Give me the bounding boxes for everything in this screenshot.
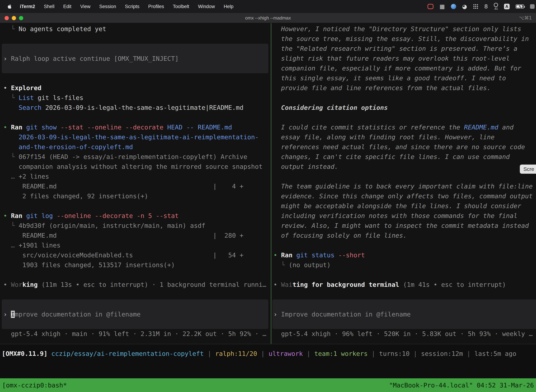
term-text-segment: 2026-03-09-is-legal-the-same-as-legitima… (3, 134, 259, 141)
menu-item-scripts[interactable]: Scripts (120, 0, 144, 13)
zoom-button[interactable] (19, 16, 23, 20)
right-term-line: However, I noticed the "Directory Struct… (271, 24, 536, 34)
term-text-segment: Ran (281, 252, 296, 259)
term-text-segment: provide file and line references from th… (273, 84, 491, 92)
term-text-segment: • (3, 84, 11, 92)
left-term-line: src/voice/voiceModeEnabled.ts | 54 + (0, 250, 271, 260)
term-text-segment: +1901 lines (19, 242, 61, 249)
term-text-segment: Explored (11, 84, 41, 92)
gauge-dial-icon (494, 3, 498, 7)
omx-status-segment: | (410, 350, 421, 357)
right-term-line: the source tree, missing the essay. Stil… (271, 34, 536, 44)
menu-item-session[interactable]: Session (95, 0, 120, 13)
right-term-line: provide file and line references from th… (271, 83, 536, 93)
left-prompt-box[interactable]: › Ralph loop active continue [OMX_TMUX_I… (2, 44, 268, 73)
term-text-segment: this single essay, it seems like a good … (273, 75, 506, 82)
term-text-segment: However, I noticed the "Directory Struct… (273, 25, 521, 33)
left-term-line: 1903 files changed, 513517 insertions(+) (0, 260, 271, 270)
menu-item-view[interactable]: View (76, 0, 95, 13)
term-text-segment: … (3, 173, 19, 180)
left-term-line (0, 34, 271, 44)
right-term-line: references need actual files, and since … (271, 142, 536, 152)
term-text-segment: git status (296, 252, 338, 259)
right-term-line: changes, I can't cite specific file line… (271, 152, 536, 162)
right-term-line: companion file, especially if more comme… (271, 63, 536, 73)
menu-item-edit[interactable]: Edit (59, 0, 76, 13)
term-text-segment: including verification notes with those … (273, 212, 517, 219)
term-text-segment: › (3, 55, 11, 62)
left-term-line: • Explored (0, 83, 271, 93)
menu-item-toolbelt[interactable]: Toolbelt (168, 0, 194, 13)
left-term-line: README.md | 4 + (0, 182, 271, 191)
apple-menu[interactable] (7, 4, 13, 9)
stats-icon[interactable]: 8 (484, 4, 488, 9)
term-text-segment: I could cite commit statistics or refere… (273, 124, 464, 131)
term-text-segment: king (22, 281, 38, 288)
right-term-line: this single essay, it seems like a good … (271, 73, 536, 83)
term-text-segment: companion file, especially if more comme… (273, 65, 521, 72)
window-titlebar: omx --xhigh --madmax ⌥⌘1 (0, 13, 536, 23)
term-text-segment: The team guideline is to back every impo… (273, 183, 533, 190)
left-term-line: Search 2026-03-09-is-legal-the-same-as-l… (0, 103, 271, 112)
menu-item-help[interactable]: Help (219, 0, 238, 13)
left-term-line: companion analysis without altering the … (0, 162, 271, 172)
term-text-segment: Improve documentation in @filename (281, 311, 411, 318)
menu-item-profiles[interactable]: Profiles (144, 0, 168, 13)
term-text-segment: Search (19, 104, 42, 111)
right-prompt-box[interactable]: › Improve documentation in @filename (273, 299, 536, 329)
left-term-line: 2 files changed, 92 insertions(+) (0, 191, 271, 201)
left-term-line: └ No agents completed yet (0, 24, 271, 34)
term-text-segment: evidence. Since this change only affects… (273, 192, 533, 200)
term-text-segment: I (11, 311, 15, 318)
term-text-segment: • (3, 124, 11, 131)
left-term-line: and-the-erosion-of-copyleft.md (0, 142, 271, 152)
right-term-line: essay file, along with finding root file… (271, 132, 536, 142)
omx-status-segment: turns:10 (379, 350, 410, 357)
term-text-segment: review. Also, I might want to inspect th… (273, 222, 529, 229)
blue-orb-icon[interactable] (451, 4, 456, 9)
term-text-segment: essay file, along with finding root file… (273, 134, 494, 141)
clipped-menu-icon[interactable] (530, 4, 535, 9)
right-term-line: of focusing solely on file lines. (271, 231, 536, 240)
right-term-line (271, 270, 536, 280)
gauge-icon[interactable]: .61 (494, 3, 498, 10)
term-text-segment: No agents completed yet (19, 25, 106, 33)
term-text-segment: Ralph loop active continue [OMX_TMUX_INJ… (11, 55, 179, 62)
omx-status-bar: [OMX#0.11.9] cczip/essay/ai-reimplementa… (0, 344, 536, 378)
recording-indicator-icon[interactable] (427, 4, 433, 9)
omx-status-segment: session:12m (421, 350, 463, 357)
window-grid-icon[interactable]: ▦ (440, 4, 445, 9)
charging-bolt-icon: ϟ (519, 4, 522, 9)
right-term-line: Considering citation options (271, 103, 536, 112)
term-text-segment: ting for background terminal (292, 281, 399, 288)
term-text-segment: slight risk that future readers may over… (273, 55, 510, 62)
minimize-button[interactable] (12, 16, 16, 20)
term-text-segment: git log (26, 212, 57, 219)
left-term-line: • Working (11m 13s • esc to interrupt) ·… (0, 280, 271, 289)
term-text-segment: List (19, 94, 34, 101)
left-pane[interactable]: └ No agents completed yet› Ralph loop ac… (0, 23, 271, 344)
left-term-line (0, 289, 271, 299)
right-term-line: output instead. (271, 162, 536, 172)
dots-grid-icon[interactable] (473, 4, 478, 9)
menu-item-shell[interactable]: Shell (40, 0, 59, 13)
omx-status-segment: | (257, 350, 268, 357)
battery-icon[interactable]: ϟ (516, 5, 524, 9)
left-term-line: └ 4b9d30f (origin/main, instructkr/main,… (0, 221, 271, 231)
right-pane[interactable]: However, I noticed the "Directory Struct… (271, 23, 536, 344)
right-term-line: • Ran git status --short (271, 250, 536, 260)
left-term-line: README.md | 280 + (0, 231, 271, 240)
close-button[interactable] (5, 16, 9, 20)
right-term-line (271, 112, 536, 122)
menu-item-iterm2[interactable]: iTerm2 (15, 0, 40, 13)
term-text-segment: git show (26, 124, 61, 131)
input-source-icon[interactable]: A (504, 4, 510, 9)
left-prompt-box[interactable]: › Improve documentation in @filename (2, 299, 268, 329)
right-term-line: evidence. Since this change only affects… (271, 191, 536, 201)
tmux-session-info: [omx-cczip0:bash* (2, 382, 67, 389)
menu-item-window[interactable]: Window (194, 0, 219, 13)
moon-icon[interactable]: ◕ (462, 4, 467, 9)
screen-tooltip[interactable]: Scre (520, 165, 536, 174)
left-term-line: └ List git ls-files (0, 93, 271, 103)
left-term-line: • Ran git show --stat --oneline --decora… (0, 122, 271, 132)
